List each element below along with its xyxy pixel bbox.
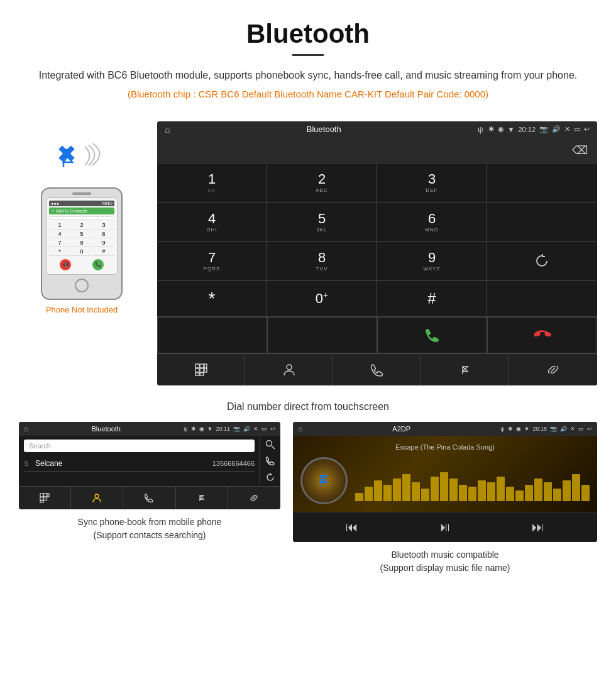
pb-link-icon: [249, 493, 259, 503]
pb-apps-button[interactable]: [19, 487, 71, 509]
volume-icon: 🔊: [552, 125, 561, 133]
bottom-dial-button[interactable]: [333, 354, 421, 385]
pb-apps-icon: [40, 493, 50, 503]
dialer-device-screen: ⌂ Bluetooth ψ ✱ ◉ ▼ 20:12 📷 🔊 ✕ ▭ ↩ ⌫: [157, 121, 597, 385]
pb-cam-icon: 📷: [233, 426, 240, 432]
pb-bt-bottom-icon: [197, 493, 207, 503]
pb-time: 20:11: [216, 426, 230, 432]
svg-rect-3: [195, 368, 199, 372]
dial-key-8[interactable]: 8 TUV: [267, 242, 377, 281]
phonebook-col: ⌂ Bluetooth ψ ✱ ◉ ▼ 20:11 📷 🔊 ✕ ▭ ↩ Sear…: [19, 422, 287, 575]
bluetooth-graphic: ✖: [53, 140, 110, 178]
dial-key-6[interactable]: 6 MNO: [377, 203, 487, 242]
dialer-status-bar: ⌂ Bluetooth ψ ✱ ◉ ▼ 20:12 📷 🔊 ✕ ▭ ↩: [157, 121, 597, 138]
dial-key-empty-1: [487, 163, 597, 203]
end-call-button[interactable]: [487, 317, 597, 353]
pb-contacts-button[interactable]: [71, 487, 123, 509]
bottom-screenshots: ⌂ Bluetooth ψ ✱ ◉ ▼ 20:11 📷 🔊 ✕ ▭ ↩ Sear…: [0, 422, 616, 575]
call-row: [157, 317, 597, 353]
phone-mockup: ●●●MNO +Add to Contacts 1 2 3 4 5 6 7: [41, 187, 123, 300]
link-icon: [546, 363, 560, 377]
bottom-bluetooth-button[interactable]: [421, 354, 509, 385]
pb-phone-button[interactable]: [123, 487, 175, 509]
pb-back-icon: ↩: [270, 426, 275, 432]
pb-close-icon: ✕: [253, 426, 258, 432]
dialer-caption: Dial number direct from touchscreen: [0, 395, 616, 422]
phonebook-right-icons: [260, 436, 280, 486]
pb-usb-icon: ψ: [184, 426, 187, 432]
dial-key-4[interactable]: 4 GHI: [157, 203, 267, 242]
mu-bt-icon: ✱: [508, 426, 513, 432]
svg-rect-2: [204, 364, 207, 368]
music-content: Escape (The Pina Colada Song): [293, 436, 597, 512]
green-call-button[interactable]: [377, 317, 487, 353]
next-track-button[interactable]: ⏭: [532, 520, 544, 534]
phone-section: ✖ ●●●MNO: [19, 121, 145, 385]
svg-rect-1: [200, 364, 204, 368]
svg-rect-4: [200, 368, 204, 372]
pb-caption: Sync phone-book from mobile phone (Suppo…: [78, 516, 222, 542]
prev-track-button[interactable]: ⏮: [346, 520, 358, 534]
svg-rect-6: [195, 373, 199, 375]
pb-loc-icon: ◉: [199, 426, 204, 432]
contacts-icon: [282, 363, 296, 377]
dial-key-9[interactable]: 9 WXYZ: [377, 242, 487, 281]
pb-caption-line2: (Support contacts searching): [78, 529, 222, 542]
signal-waves-icon: [79, 140, 110, 175]
status-icons: ✱ ◉ ▼ 20:12 📷 🔊 ✕ ▭ ↩: [488, 125, 590, 133]
bt-symbol-icon: [58, 143, 79, 169]
dial-key-hash[interactable]: #: [377, 281, 487, 317]
bottom-apps-button[interactable]: [157, 354, 245, 385]
dial-key-sync[interactable]: [487, 242, 597, 281]
sync-icon: [534, 253, 551, 269]
usb-icon: ψ: [478, 125, 483, 134]
svg-point-9: [267, 440, 272, 446]
dial-key-7[interactable]: 7 PQRS: [157, 242, 267, 281]
dial-key-1[interactable]: 1 ○○: [157, 163, 267, 203]
dial-key-0[interactable]: 0+: [267, 281, 377, 317]
phonebook-list: Search S Seicane 13566664466: [19, 436, 260, 486]
dialer-keypad: 1 ○○ 2 ABC 3 DEF 4 GHI 5: [157, 163, 597, 317]
svg-point-17: [95, 494, 99, 498]
music-visualizer: [355, 460, 590, 501]
empty-call-2: [267, 317, 377, 353]
dial-key-5[interactable]: 5 JKL: [267, 203, 377, 242]
pb-home-icon: ⌂: [24, 424, 28, 433]
bottom-contacts-button[interactable]: [245, 354, 333, 385]
music-col: ⌂ A2DP ψ ✱ ◉ ▼ 20:15 📷 🔊 ✕ ▭ ↩ Escape (T…: [287, 422, 597, 575]
empty-call-1: [157, 317, 267, 353]
bluetooth-bottom-icon: [458, 363, 472, 377]
search-icon[interactable]: [265, 440, 275, 450]
dial-key-3[interactable]: 3 DEF: [377, 163, 487, 203]
svg-rect-15: [44, 497, 47, 500]
dialer-screen-title: Bluetooth: [175, 124, 473, 134]
music-status-bar: ⌂ A2DP ψ ✱ ◉ ▼ 20:15 📷 🔊 ✕ ▭ ↩: [293, 422, 597, 436]
page-title: Bluetooth: [38, 19, 578, 49]
dial-key-2[interactable]: 2 ABC: [267, 163, 377, 203]
pb-bt-icon: ✱: [191, 426, 196, 432]
play-pause-button[interactable]: ⏯: [439, 520, 451, 534]
mu-time: 20:15: [532, 426, 547, 432]
pb-bluetooth-button[interactable]: [176, 487, 228, 509]
mu-loc-icon: ◉: [516, 426, 521, 432]
backspace-icon[interactable]: ⌫: [572, 143, 588, 157]
svg-rect-5: [204, 368, 207, 372]
phone-icon: [370, 363, 384, 377]
phone-not-included-label: Phone Not Included: [46, 305, 118, 314]
mu-screen-title: A2DP: [305, 425, 497, 433]
song-title: Escape (The Pina Colada Song): [300, 443, 590, 451]
mu-win-icon: ▭: [578, 426, 584, 432]
title-divider: [292, 54, 324, 56]
call-icon: [424, 326, 441, 344]
sync-right-icon[interactable]: [265, 472, 275, 482]
dial-key-star[interactable]: *: [157, 281, 267, 317]
svg-rect-11: [40, 494, 43, 497]
pb-link-button[interactable]: [228, 487, 280, 509]
location-icon: ◉: [498, 125, 504, 133]
call-right-icon[interactable]: [265, 456, 275, 466]
mu-home-icon: ⌂: [298, 424, 302, 433]
bottom-link-button[interactable]: [509, 354, 597, 385]
search-bar[interactable]: Search: [24, 440, 255, 452]
svg-line-10: [272, 446, 275, 449]
pb-bottom-bar: [19, 486, 280, 509]
